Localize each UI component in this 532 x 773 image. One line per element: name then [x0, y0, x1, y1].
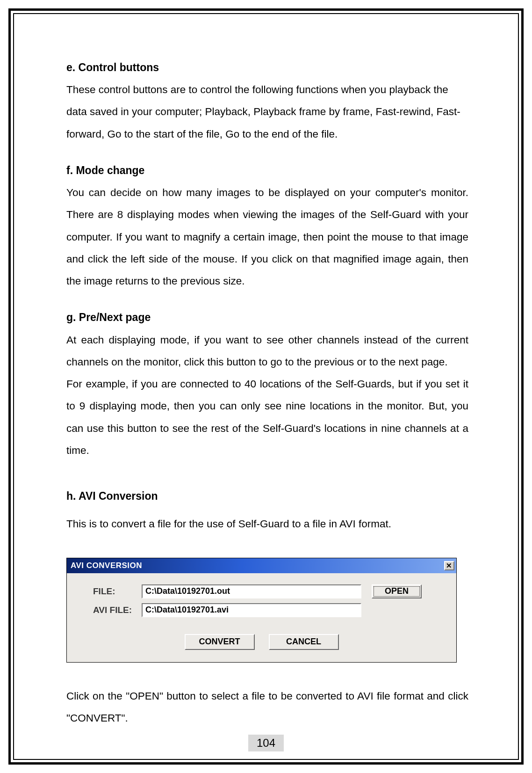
dialog-titlebar: AVI CONVERSION ✕ — [67, 558, 456, 573]
heading-e: e. Control buttons — [66, 60, 468, 75]
heading-f: f. Mode change — [66, 163, 468, 178]
body-g-2: For example, if you are connected to 40 … — [66, 373, 468, 461]
file-input[interactable]: C:\Data\10192701.out — [142, 584, 361, 598]
avi-file-input[interactable]: C:\Data\10192701.avi — [142, 603, 361, 617]
dialog-button-row: CONVERT CANCEL — [76, 634, 447, 650]
body-e: These control buttons are to control the… — [66, 79, 468, 145]
close-icon[interactable]: ✕ — [444, 561, 454, 570]
open-button[interactable]: OPEN — [372, 584, 422, 598]
avi-conversion-dialog: AVI CONVERSION ✕ FILE: C:\Data\10192701.… — [66, 558, 457, 663]
cancel-button[interactable]: CANCEL — [269, 634, 339, 650]
page-number: 104 — [248, 735, 284, 751]
avi-file-row: AVI FILE: C:\Data\10192701.avi — [76, 603, 447, 617]
page-content: e. Control buttons These control buttons… — [66, 60, 468, 729]
avi-file-label: AVI FILE: — [76, 605, 142, 615]
body-g-1: At each displaying mode, if you want to … — [66, 329, 468, 373]
heading-g: g. Pre/Next page — [66, 310, 468, 325]
page-number-wrap: 104 — [0, 735, 532, 751]
convert-button[interactable]: CONVERT — [185, 634, 255, 650]
heading-h: h. AVI Conversion — [66, 489, 468, 503]
dialog-title: AVI CONVERSION — [71, 561, 142, 570]
body-h: This is to convert a file for the use of… — [66, 513, 468, 535]
dialog-body: FILE: C:\Data\10192701.out OPEN AVI FILE… — [67, 573, 456, 662]
body-f: You can decide on how many images to be … — [66, 182, 468, 292]
file-row: FILE: C:\Data\10192701.out OPEN — [76, 584, 447, 598]
file-label: FILE: — [76, 586, 142, 597]
closing-text: Click on the "OPEN" button to select a f… — [66, 685, 468, 729]
